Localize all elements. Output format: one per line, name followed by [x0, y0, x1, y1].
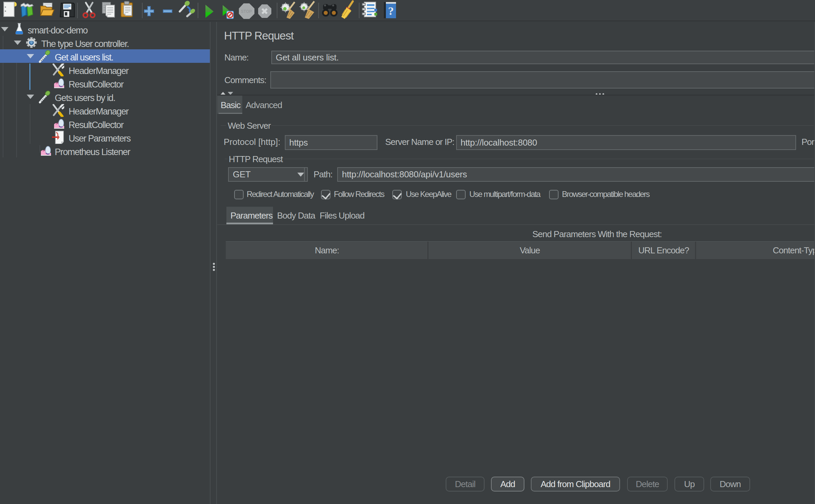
svg-text:STOP: STOP — [241, 9, 252, 14]
svg-text:?: ? — [388, 5, 394, 17]
